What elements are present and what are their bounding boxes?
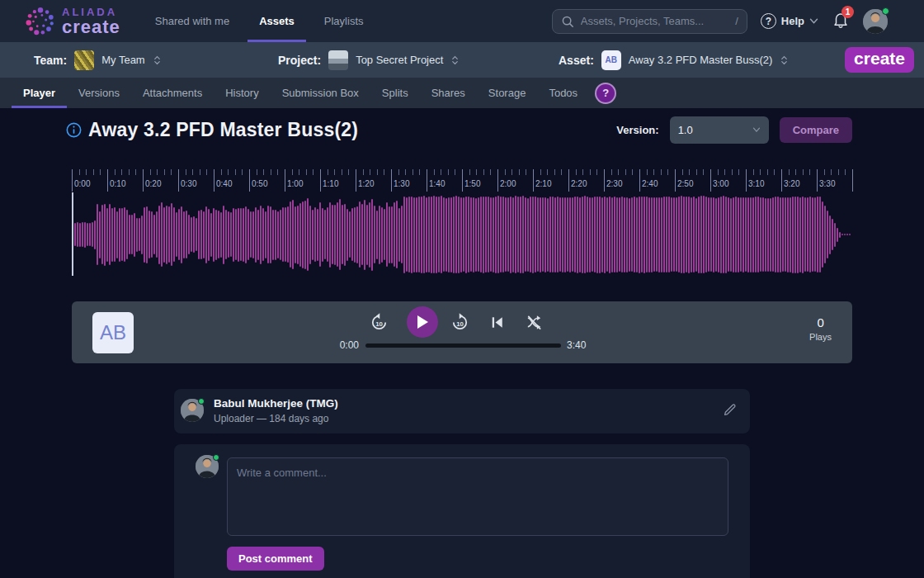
team-label: Team: xyxy=(34,54,67,67)
waveform[interactable] xyxy=(72,195,852,274)
asset-label: Asset: xyxy=(559,54,594,67)
ruler-label: 2:50 xyxy=(677,179,693,188)
chevron-down-icon xyxy=(752,127,761,133)
project-thumbnail xyxy=(328,50,348,70)
user-avatar[interactable] xyxy=(863,9,888,34)
svg-text:10: 10 xyxy=(375,320,383,328)
page-title: Away 3.2 PFD Master Buss(2) xyxy=(88,119,358,141)
plays-label: Plays xyxy=(809,332,832,342)
title-row: Away 3.2 PFD Master Buss(2) Version: 1.0… xyxy=(66,116,852,144)
topbar-right: Assets, Projects, Teams... / ? Help 1 xyxy=(552,0,924,42)
project-label: Project: xyxy=(278,54,321,67)
playhead-cursor[interactable] xyxy=(72,192,73,276)
help-label: Help xyxy=(781,15,804,27)
uploader-avatar xyxy=(181,399,204,422)
ruler-label: 2:00 xyxy=(500,179,516,188)
tab-todos[interactable]: Todos xyxy=(537,78,589,108)
version-value: 1.0 xyxy=(678,124,752,136)
ruler-label: 0:10 xyxy=(110,179,125,188)
logo-line1: ALIADA xyxy=(62,7,120,17)
pencil-icon xyxy=(722,402,738,418)
compare-button[interactable]: Compare xyxy=(780,117,852,143)
current-time: 0:00 xyxy=(316,339,359,351)
play-button[interactable] xyxy=(407,306,438,338)
ruler-label: 2:40 xyxy=(642,179,658,188)
comment-input[interactable] xyxy=(227,457,728,536)
main-nav: Shared with meAssetsPlaylists xyxy=(144,0,375,42)
ruler-label: 0:00 xyxy=(74,179,90,188)
tab-attachments[interactable]: Attachments xyxy=(131,78,214,108)
ruler-label: 2:20 xyxy=(571,179,587,188)
play-icon xyxy=(416,315,429,329)
player-bar: AB 10 10 xyxy=(72,301,852,363)
online-status-dot xyxy=(198,398,205,405)
help-icon: ? xyxy=(761,13,776,29)
rewind-10-button[interactable]: 10 xyxy=(369,312,389,336)
tab-list: PlayerVersionsAttachmentsHistorySubmissi… xyxy=(12,78,589,108)
sort-chevrons-icon xyxy=(153,54,162,66)
logo-line2: create xyxy=(62,18,120,36)
nav-item-assets[interactable]: Assets xyxy=(248,0,306,42)
ruler-label: 0:20 xyxy=(145,179,161,188)
forward-10-button[interactable]: 10 xyxy=(450,312,470,336)
search-input[interactable]: Assets, Projects, Teams... / xyxy=(552,9,747,34)
ruler-label: 0:40 xyxy=(216,179,232,188)
app-logo[interactable]: ALIADA create xyxy=(0,0,120,42)
ruler-label: 1:30 xyxy=(394,179,409,188)
asset-thumbnail-badge: AB xyxy=(601,50,621,70)
ruler-label: 1:00 xyxy=(287,179,303,188)
tab-help-button[interactable]: ? xyxy=(596,84,615,102)
plays-counter: 0 Plays xyxy=(809,315,832,342)
info-icon[interactable] xyxy=(66,122,82,138)
logo-text: ALIADA create xyxy=(62,7,120,36)
nav-item-shared-with-me[interactable]: Shared with me xyxy=(144,0,241,42)
context-bar: Team: My Team Project: Top Secret Projec… xyxy=(0,42,924,78)
version-label: Version: xyxy=(616,124,658,136)
team-selector[interactable]: Team: My Team xyxy=(34,42,162,78)
search-shortcut: / xyxy=(735,15,738,27)
timeline-ruler[interactable]: 0:000:100:200:300:400:501:001:101:201:30… xyxy=(72,165,852,192)
project-selector[interactable]: Project: Top Secret Project xyxy=(278,42,460,78)
ruler-label: 3:30 xyxy=(819,179,835,188)
asset-value: Away 3.2 PFD Master Buss(2) xyxy=(629,54,773,66)
ruler-label: 1:50 xyxy=(464,179,480,188)
skip-previous-button[interactable] xyxy=(488,313,507,335)
shuffle-off-button[interactable] xyxy=(525,313,544,335)
plays-value: 0 xyxy=(809,315,832,329)
ruler-label: 2:10 xyxy=(535,179,551,188)
tab-history[interactable]: History xyxy=(214,78,270,108)
player-page: Away 3.2 PFD Master Buss(2) Version: 1.0… xyxy=(0,108,924,578)
post-comment-button[interactable]: Post comment xyxy=(227,547,324,571)
progress-bar[interactable] xyxy=(365,343,561,348)
search-placeholder: Assets, Projects, Teams... xyxy=(581,15,728,27)
nav-item-playlists[interactable]: Playlists xyxy=(313,0,375,42)
team-value: My Team xyxy=(101,54,145,66)
svg-text:10: 10 xyxy=(456,320,464,328)
total-time: 3:40 xyxy=(567,339,586,351)
tab-submission-box[interactable]: Submission Box xyxy=(271,78,370,108)
online-status-dot xyxy=(213,454,219,461)
track-thumbnail: AB xyxy=(92,312,134,353)
project-value: Top Secret Project xyxy=(356,54,443,66)
edit-button[interactable] xyxy=(722,402,738,420)
waveform-section: 0:000:100:200:300:400:501:001:101:201:30… xyxy=(72,165,852,277)
sort-chevrons-icon xyxy=(450,54,460,66)
tab-storage[interactable]: Storage xyxy=(477,78,538,108)
online-status-dot xyxy=(882,7,889,15)
uploader-name: Babul Mukherjee (TMG) xyxy=(214,397,338,410)
notifications-button[interactable]: 1 xyxy=(832,10,850,32)
tab-shares[interactable]: Shares xyxy=(420,78,477,108)
ruler-label: 2:30 xyxy=(606,179,622,188)
uploader-meta: Uploader — 184 days ago xyxy=(214,413,328,424)
tab-splits[interactable]: Splits xyxy=(370,78,420,108)
ruler-label: 1:40 xyxy=(429,179,445,188)
tab-versions[interactable]: Versions xyxy=(67,78,131,108)
asset-selector[interactable]: Asset: AB Away 3.2 PFD Master Buss(2) xyxy=(559,42,789,78)
help-menu[interactable]: ? Help xyxy=(761,13,818,29)
ruler-label: 3:20 xyxy=(784,179,799,188)
title-actions: Version: 1.0 Compare xyxy=(616,116,852,144)
tab-player[interactable]: Player xyxy=(12,78,67,108)
create-brand-logo[interactable]: create xyxy=(845,47,914,73)
version-dropdown[interactable]: 1.0 xyxy=(670,116,769,144)
ruler-label: 1:20 xyxy=(358,179,374,188)
